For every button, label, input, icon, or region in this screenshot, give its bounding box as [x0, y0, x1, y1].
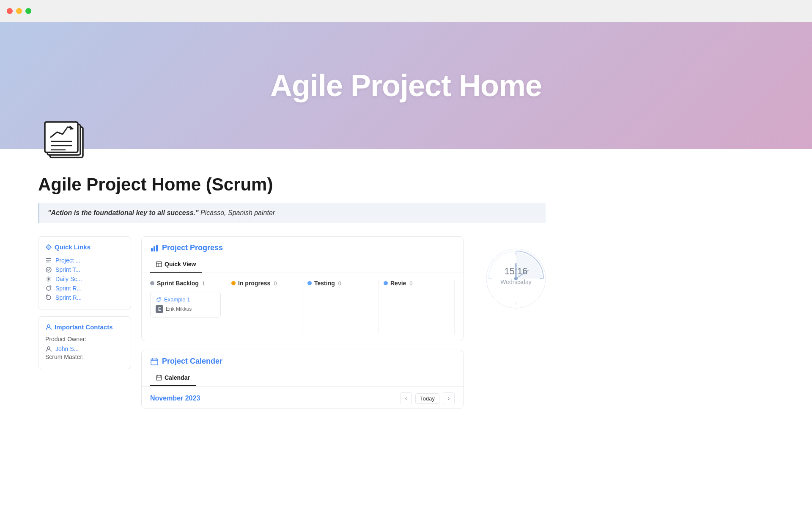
contacts-title: Important Contacts — [45, 323, 124, 331]
calendar-nav-row: November 2023 ‹ Today › — [142, 387, 463, 409]
maximize-button[interactable] — [25, 8, 31, 14]
task-card-example1[interactable]: Example 1 E Erik Mikkus — [150, 292, 221, 318]
quote-text: "Action is the foundational key to all s… — [48, 209, 199, 216]
review-label: Revie — [390, 280, 406, 287]
svg-rect-15 — [156, 245, 158, 251]
main-content-area: Project Progress Quick View — [141, 236, 464, 409]
quote-author: Picasso, Spanish painter — [199, 209, 275, 216]
refresh-task-icon — [156, 297, 162, 303]
in-progress-dot — [231, 281, 236, 285]
hero-title: Agile Project Home — [270, 68, 542, 103]
sidebar-link-sprint-r2[interactable]: Sprint R... — [45, 293, 124, 302]
quick-links-card: Quick Links Project ... Sprint T... — [38, 236, 131, 309]
svg-rect-6 — [46, 258, 51, 259]
column-in-progress: In progress 0 — [226, 280, 302, 334]
next-month-button[interactable]: › — [443, 392, 455, 404]
svg-rect-19 — [151, 359, 158, 365]
quick-links-title: Quick Links — [45, 243, 124, 251]
page-icon — [38, 111, 93, 166]
project-progress-title: Project Progress — [162, 243, 223, 252]
clock-day: Wednesday — [500, 279, 532, 285]
sidebar-link-sprint-t[interactable]: Sprint T... — [45, 265, 124, 274]
project-calendar-widget: Project Calender Calendar November — [141, 350, 464, 409]
hero-banner: Agile Project Home — [0, 22, 812, 149]
scrum-master-label: Scrum Master: — [45, 353, 124, 360]
sprint-backlog-label: Sprint Backlog — [157, 280, 199, 287]
calendar-icon — [150, 357, 159, 366]
assignee-name: Erik Mikkus — [166, 306, 192, 312]
titlebar — [0, 0, 812, 22]
table-icon — [156, 261, 162, 267]
contacts-card: Important Contacts Product Owner: John S… — [38, 316, 131, 369]
list-icon — [45, 257, 52, 264]
main-layout: Quick Links Project ... Sprint T... — [38, 236, 554, 409]
project-calendar-title: Project Calender — [162, 357, 222, 366]
svg-rect-13 — [151, 248, 153, 251]
sprint-backlog-count: 1 — [202, 280, 205, 287]
calendar-month: November 2023 — [150, 395, 200, 402]
svg-rect-7 — [46, 260, 51, 261]
right-panel: 15:16 Wednesday — [474, 236, 558, 287]
product-owner-link[interactable]: John S... — [45, 344, 124, 353]
review-dot — [384, 281, 388, 285]
testing-label: Testing — [314, 280, 335, 287]
blockquote: "Action is the foundational key to all s… — [38, 203, 546, 223]
sidebar-link-sprint-r1[interactable]: Sprint R... — [45, 284, 124, 293]
board-container: Sprint Backlog 1 Example 1 E — [142, 273, 463, 341]
in-progress-count: 0 — [274, 280, 277, 287]
product-owner-label: Product Owner: — [45, 336, 124, 342]
sparkle-icon — [45, 276, 52, 282]
clock-time: 15:16 — [500, 266, 532, 277]
project-calendar-header: Project Calender — [142, 350, 463, 366]
sidebar: Quick Links Project ... Sprint T... — [38, 236, 131, 369]
project-progress-widget: Project Progress Quick View — [141, 236, 464, 341]
column-review: Revie 0 — [379, 280, 455, 334]
column-sprint-backlog: Sprint Backlog 1 Example 1 E — [150, 280, 226, 334]
project-calendar-tabs: Calendar — [142, 370, 463, 387]
svg-rect-23 — [156, 375, 162, 380]
avatar: E — [156, 305, 163, 313]
prev-month-button[interactable]: ‹ — [400, 392, 412, 404]
review-count: 0 — [409, 280, 412, 287]
page-heading: Agile Project Home (Scrum) — [38, 174, 554, 195]
sprint-backlog-dot — [150, 281, 154, 285]
bar-chart-icon — [150, 244, 159, 252]
diamond-icon — [45, 244, 52, 251]
refresh-icon — [45, 285, 52, 292]
close-button[interactable] — [7, 8, 13, 14]
calendar-navigation: ‹ Today › — [400, 392, 455, 404]
quick-view-tab[interactable]: Quick View — [150, 257, 202, 273]
svg-rect-14 — [154, 246, 155, 251]
sidebar-link-daily-sc[interactable]: Daily Sc... — [45, 274, 124, 284]
in-progress-label: In progress — [238, 280, 270, 287]
svg-point-10 — [48, 278, 49, 280]
testing-count: 0 — [338, 280, 341, 287]
svg-point-11 — [47, 325, 50, 327]
svg-rect-16 — [156, 262, 162, 267]
column-testing: Testing 0 — [302, 280, 379, 334]
project-progress-tabs: Quick View — [142, 257, 463, 273]
svg-point-12 — [47, 347, 50, 349]
clock-widget: 15:16 Wednesday — [482, 245, 550, 287]
sidebar-link-project[interactable]: Project ... — [45, 256, 124, 265]
contact-icon — [45, 345, 52, 352]
minimize-button[interactable] — [16, 8, 22, 14]
calendar-tab[interactable]: Calendar — [150, 370, 196, 386]
refresh-alt-icon — [45, 294, 52, 301]
today-button[interactable]: Today — [415, 393, 439, 404]
svg-rect-2 — [45, 122, 78, 152]
page-content: Agile Project Home (Scrum) "Action is th… — [0, 149, 592, 426]
project-progress-header: Project Progress — [142, 237, 463, 252]
calendar-small-icon — [156, 375, 162, 381]
check-circle-icon — [45, 266, 52, 273]
person-icon — [45, 324, 52, 331]
svg-rect-8 — [46, 262, 49, 262]
testing-dot — [307, 281, 312, 285]
